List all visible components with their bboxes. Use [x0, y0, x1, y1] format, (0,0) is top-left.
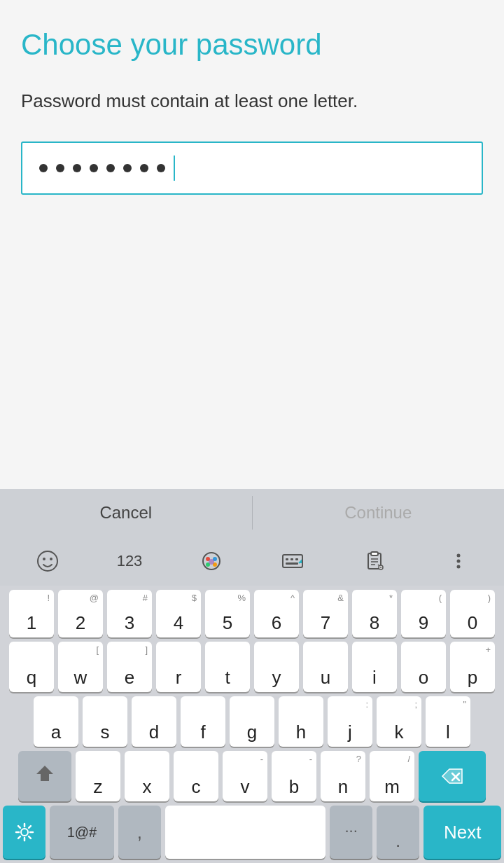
key-b[interactable]: - b: [272, 751, 316, 801]
key-c[interactable]: c: [174, 751, 218, 801]
key-a[interactable]: a: [34, 696, 78, 747]
shift-icon: [34, 763, 55, 784]
text-cursor: [174, 156, 175, 181]
key-7[interactable]: & 7: [303, 590, 348, 637]
svg-point-23: [456, 560, 460, 563]
key-p[interactable]: + p: [450, 642, 495, 692]
key-m[interactable]: / m: [370, 751, 414, 801]
asdf-row: a s d f g h : j ; k: [3, 696, 501, 747]
key-y[interactable]: y: [254, 642, 299, 692]
numbers-button[interactable]: 123: [89, 537, 171, 586]
number-row: ! 1 @ 2 # 3 $ 4 % 5 ^ 6: [3, 590, 501, 637]
comma-button[interactable]: ,: [118, 806, 161, 859]
page-title: Choose your password: [21, 28, 483, 62]
key-n[interactable]: ? n: [321, 751, 365, 801]
clipboard-button[interactable]: [334, 537, 416, 586]
key-j[interactable]: : j: [328, 696, 372, 747]
symbols-button[interactable]: 1@#: [50, 806, 114, 859]
key-1[interactable]: ! 1: [9, 590, 54, 637]
dot-1: [39, 164, 48, 172]
key-d[interactable]: d: [132, 696, 176, 747]
key-v[interactable]: - v: [223, 751, 267, 801]
svg-rect-11: [290, 558, 293, 560]
svg-point-24: [456, 565, 460, 569]
svg-point-2: [50, 558, 52, 560]
key-r[interactable]: r: [156, 642, 201, 692]
keyboard-area: Cancel Continue 123: [0, 489, 504, 863]
theme-icon: [200, 549, 223, 573]
key-l[interactable]: " l: [426, 696, 470, 747]
more-icon: [444, 549, 468, 573]
key-x[interactable]: x: [125, 751, 169, 801]
keyboard-icon: [281, 549, 304, 573]
key-u[interactable]: u: [303, 642, 348, 692]
period-button[interactable]: .: [377, 806, 419, 859]
numbers-label: 123: [117, 552, 143, 570]
period-label: .: [396, 830, 400, 852]
svg-point-22: [456, 554, 460, 558]
backspace-button[interactable]: [419, 751, 486, 801]
key-9[interactable]: ( 9: [401, 590, 446, 637]
continue-button[interactable]: Continue: [253, 489, 505, 537]
password-field[interactable]: [21, 141, 483, 195]
ellipsis-label: ...: [344, 818, 357, 836]
toolbar-row: 123: [0, 537, 504, 586]
dot-4: [90, 164, 98, 172]
theme-button[interactable]: [170, 537, 252, 586]
svg-rect-12: [295, 558, 298, 560]
next-label: Next: [444, 822, 481, 843]
zxcv-row: z x c - v - b ? n / m: [3, 751, 501, 801]
key-8[interactable]: * 8: [352, 590, 397, 637]
key-h[interactable]: h: [279, 696, 323, 747]
svg-point-28: [21, 829, 28, 836]
key-4[interactable]: $ 4: [156, 590, 201, 637]
keyboard-type-button[interactable]: [252, 537, 334, 586]
svg-point-0: [38, 551, 57, 571]
key-3[interactable]: # 3: [107, 590, 152, 637]
space-button[interactable]: [165, 806, 326, 859]
instruction-text: Password must contain at least one lette…: [21, 90, 483, 113]
shift-button[interactable]: [18, 751, 71, 801]
key-k[interactable]: ; k: [377, 696, 421, 747]
function-row: 1@# , ... . Next: [3, 806, 501, 859]
dot-2: [56, 164, 64, 172]
qwerty-row: q [ w ] e r t y u i: [3, 642, 501, 692]
settings-button[interactable]: [3, 806, 46, 859]
key-t[interactable]: t: [205, 642, 250, 692]
key-0[interactable]: ) 0: [450, 590, 495, 637]
key-q[interactable]: q: [9, 642, 54, 692]
key-e[interactable]: ] e: [107, 642, 152, 692]
key-s[interactable]: s: [83, 696, 127, 747]
key-2[interactable]: @ 2: [58, 590, 103, 637]
cancel-button[interactable]: Cancel: [0, 489, 252, 537]
emoji-icon: [36, 549, 59, 573]
svg-rect-10: [286, 558, 288, 560]
emoji-button[interactable]: [7, 537, 89, 586]
keys-area: ! 1 @ 2 # 3 $ 4 % 5 ^ 6: [0, 586, 504, 863]
backspace-icon: [441, 766, 463, 786]
symbols-label: 1@#: [67, 824, 97, 841]
dot-8: [157, 164, 165, 172]
ellipsis-button[interactable]: ...: [330, 806, 372, 859]
key-i[interactable]: i: [352, 642, 397, 692]
svg-rect-15: [371, 552, 378, 555]
more-button[interactable]: [415, 537, 497, 586]
key-5[interactable]: % 5: [205, 590, 250, 637]
password-dots: [39, 156, 465, 181]
key-z[interactable]: z: [76, 751, 120, 801]
key-o[interactable]: o: [401, 642, 446, 692]
suggestion-bar: Cancel Continue: [0, 489, 504, 537]
svg-rect-13: [286, 562, 298, 565]
key-6[interactable]: ^ 6: [254, 590, 299, 637]
key-g[interactable]: g: [230, 696, 274, 747]
dot-3: [73, 164, 81, 172]
comma-label: ,: [137, 822, 142, 843]
svg-marker-25: [36, 766, 53, 781]
clipboard-icon: [363, 549, 386, 573]
dot-5: [106, 164, 115, 172]
key-f[interactable]: f: [181, 696, 225, 747]
next-button[interactable]: Next: [424, 806, 501, 859]
content-area: Choose your password Password must conta…: [0, 0, 504, 489]
svg-point-8: [209, 559, 214, 565]
key-w[interactable]: [ w: [58, 642, 103, 692]
